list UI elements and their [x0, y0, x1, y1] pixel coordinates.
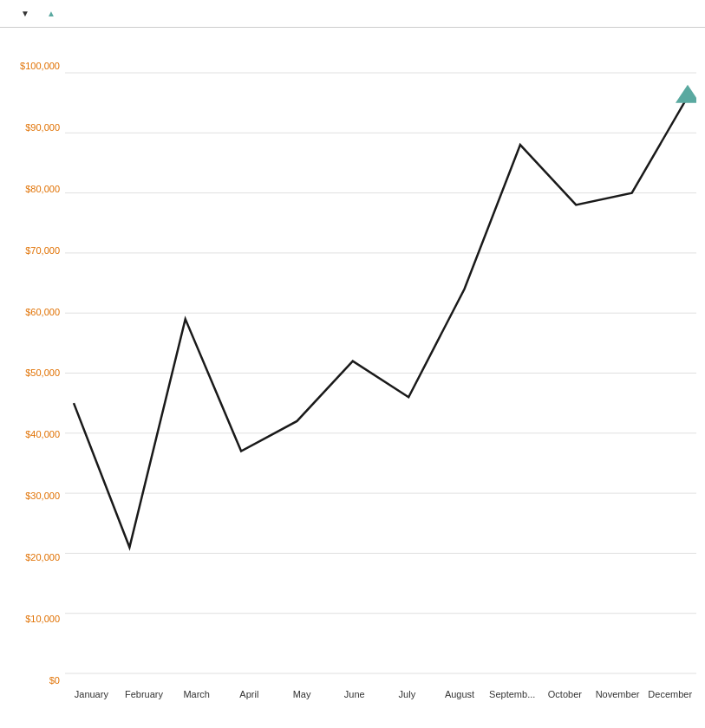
y-axis-tick: $30,000: [25, 491, 60, 501]
x-axis-tick: June: [328, 689, 381, 699]
x-axis-labels: JanuaryFebruaryMarchAprilMayJuneJulyAugu…: [65, 686, 696, 725]
y-axis-tick: $100,000: [20, 61, 60, 71]
y-axis-tick: $0: [49, 675, 60, 686]
y-axis-tick: $10,000: [25, 614, 60, 624]
top-bar: ▼ ▲: [0, 0, 705, 28]
y-axis-tick: $60,000: [25, 307, 60, 317]
x-axis-tick: Septemb...: [486, 689, 539, 699]
y-axis-tick: $80,000: [25, 184, 60, 194]
legend-true: ▲: [47, 9, 59, 18]
chart-svg: [65, 61, 696, 686]
true-icon: ▲: [47, 9, 55, 18]
y-axis-labels: $100,000$90,000$80,000$70,000$60,000$50,…: [0, 61, 65, 686]
x-axis-tick: November: [591, 689, 644, 699]
y-axis-tick: $40,000: [25, 429, 60, 439]
x-axis-tick: October: [539, 689, 591, 699]
x-axis-tick: March: [170, 689, 223, 699]
x-axis-tick: December: [643, 689, 696, 699]
x-axis-tick: April: [223, 689, 276, 699]
y-axis-tick: $20,000: [25, 552, 60, 562]
x-axis-tick: August: [434, 689, 486, 699]
x-axis-tick: May: [276, 689, 329, 699]
svg-marker-11: [676, 85, 696, 103]
y-axis-tick: $50,000: [25, 367, 60, 378]
false-icon: ▼: [21, 9, 29, 18]
sheet-title: [0, 28, 705, 40]
y-axis-tick: $90,000: [25, 122, 60, 133]
chart-container: $100,000$90,000$80,000$70,000$60,000$50,…: [0, 40, 705, 725]
x-axis-tick: February: [118, 689, 171, 699]
legend-false: ▼: [21, 9, 33, 18]
y-axis-tick: $70,000: [25, 245, 60, 256]
x-axis-tick: January: [65, 689, 118, 699]
x-axis-tick: July: [381, 689, 434, 699]
